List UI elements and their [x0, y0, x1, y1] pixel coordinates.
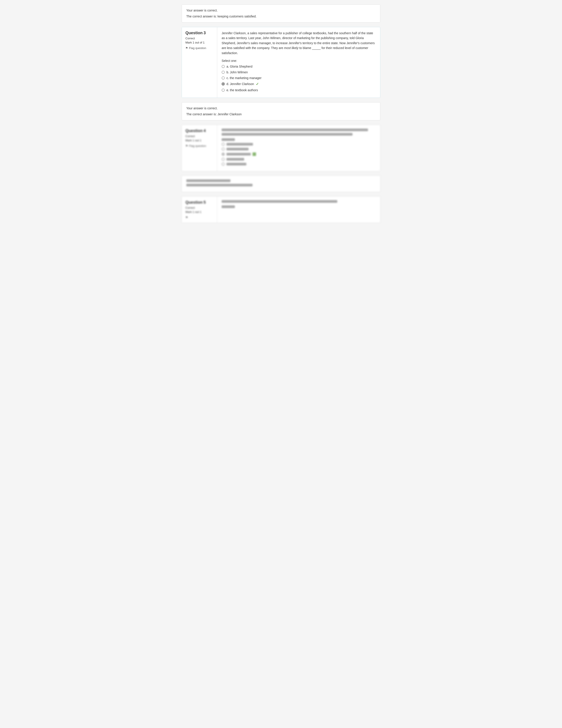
option-d-text: d. Jennifer Clarkson [227, 82, 254, 86]
q5-mark: Mark 1 out 1 [186, 210, 214, 214]
question-4-number: Question 4 [186, 129, 214, 133]
question-label: Question [186, 31, 203, 35]
q3-feedback-correct: Your answer is correct. [186, 106, 376, 111]
q4-checkmark [253, 152, 256, 156]
q4-radio-b [222, 148, 225, 151]
flag-icon: ⚑ [186, 46, 188, 50]
question-3-mark: Mark 1 out of 1 [186, 41, 214, 44]
q5-text-line-1 [222, 200, 337, 203]
q4-text-line-2 [222, 133, 352, 136]
radio-a[interactable] [222, 65, 225, 68]
q4-number: 4 [204, 129, 206, 133]
question-5-sidebar: Question 5 Correct Mark 1 out 1 ⚑ [182, 197, 217, 223]
q4-fb-line-1 [186, 179, 231, 182]
option-e-text: e. the textbook authors [227, 88, 258, 92]
q4-flag-icon: ⚑ [186, 144, 188, 148]
question-3-sidebar: Question 3 Correct Mark 1 out of 1 ⚑ Fla… [182, 27, 217, 98]
q5-flag[interactable]: ⚑ [186, 216, 214, 219]
q5-flag-icon: ⚑ [186, 216, 188, 219]
radio-d[interactable] [222, 82, 225, 85]
option-a-text: a. Gloria Shepherd [227, 65, 253, 68]
q4-radio-a [222, 143, 225, 146]
question-4-block: Question 4 Correct Mark 1 out 1 ⚑ Flag q… [182, 125, 380, 171]
question-3-status: Correct [186, 37, 214, 40]
question-5-number: Question 5 [186, 200, 214, 205]
q5-label: Question [186, 200, 203, 205]
previous-feedback-box: Your answer is correct. The correct answ… [182, 4, 380, 23]
q4-label: Question [186, 129, 203, 133]
question-number-value: 3 [204, 31, 206, 35]
select-one-label: Select one: [222, 59, 376, 63]
option-c-text: c. the marketing manager [227, 76, 262, 80]
q4-mark: Mark 1 out 1 [186, 139, 214, 142]
radio-e[interactable] [222, 89, 225, 92]
question-4-content [217, 125, 380, 171]
q5-status: Correct [186, 206, 214, 209]
question-4-sidebar: Question 4 Correct Mark 1 out 1 ⚑ Flag q… [182, 125, 217, 171]
question-3-block: Question 3 Correct Mark 1 out of 1 ⚑ Fla… [182, 27, 380, 98]
page-container: Your answer is correct. The correct answ… [182, 4, 380, 223]
option-b[interactable]: b. John Wilmen [222, 70, 376, 74]
q4-opt-e [227, 163, 246, 165]
option-d[interactable]: d. Jennifer Clarkson ✓ [222, 82, 376, 86]
question-4-feedback-box [182, 176, 380, 192]
question-3-number: Question 3 [186, 31, 214, 35]
option-e[interactable]: e. the textbook authors [222, 88, 376, 92]
option-a[interactable]: a. Gloria Shepherd [222, 65, 376, 68]
prev-feedback-correct: Your answer is correct. [186, 8, 376, 13]
q3-feedback-answer: The correct answer is: Jennifer Clarkson [186, 112, 376, 117]
question-5-block: Question 5 Correct Mark 1 out 1 ⚑ [182, 196, 380, 223]
radio-c[interactable] [222, 76, 225, 80]
q4-radio-c [222, 153, 225, 156]
q4-radio-e [222, 163, 225, 166]
option-b-text: b. John Wilmen [227, 70, 248, 74]
options-list: a. Gloria Shepherd b. John Wilmen c. the… [222, 65, 376, 92]
radio-b[interactable] [222, 71, 225, 74]
q5-select-one [222, 205, 235, 208]
q4-opt-b [227, 148, 249, 150]
q4-text-line-1 [222, 129, 368, 131]
q5-number: 5 [204, 200, 206, 205]
q4-select-one [222, 138, 235, 141]
flag-question-button[interactable]: ⚑ Flag question [186, 46, 214, 50]
q4-opt-a [227, 143, 253, 146]
question-3-feedback-box: Your answer is correct. The correct answ… [182, 102, 380, 120]
correct-checkmark: ✓ [256, 82, 259, 86]
question-3-text: Jennifer Clarkson, a sales representativ… [222, 31, 376, 55]
prev-feedback-answer: The correct answer is: keeping customers… [186, 14, 376, 19]
q4-flag-label: Flag question [189, 144, 206, 148]
question-3-content: Jennifer Clarkson, a sales representativ… [217, 27, 380, 98]
q4-opt-d [227, 158, 244, 161]
q4-flag[interactable]: ⚑ Flag question [186, 144, 214, 148]
q4-fb-line-2 [186, 184, 253, 186]
option-c[interactable]: c. the marketing manager [222, 76, 376, 80]
flag-label: Flag question [189, 46, 206, 50]
q4-radio-d [222, 158, 225, 161]
question-text-italic: most likely [284, 46, 298, 50]
question-5-content [217, 197, 380, 223]
q4-opt-c [227, 153, 251, 155]
q4-status: Correct [186, 135, 214, 138]
